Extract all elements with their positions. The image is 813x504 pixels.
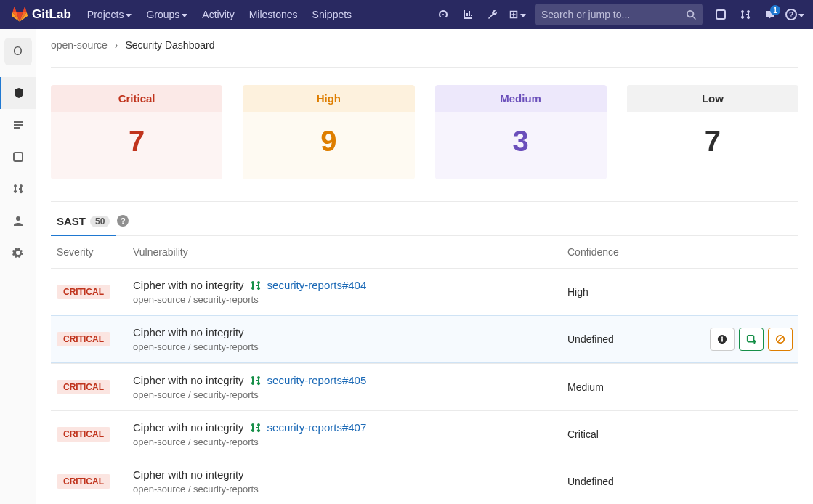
sidebar-item-settings[interactable]	[0, 237, 36, 269]
vulnerability-link[interactable]: security-reports#405	[267, 374, 367, 386]
merge-request-icon	[250, 375, 262, 386]
chart-icon[interactable]	[456, 0, 480, 29]
sidebar-item-issues[interactable]	[0, 141, 36, 173]
nav-milestones[interactable]: Milestones	[242, 0, 305, 29]
dismiss-button[interactable]	[768, 328, 793, 351]
sidebar-item-members[interactable]	[0, 205, 36, 237]
help-icon[interactable]: ?	[117, 215, 129, 227]
svg-text:?: ?	[789, 11, 793, 19]
col-vulnerability: Vulnerability	[133, 246, 567, 258]
main-content: open-source › Security Dashboard Critica…	[36, 29, 813, 504]
svg-line-9	[778, 337, 783, 342]
nav-groups[interactable]: Groups	[139, 0, 195, 29]
nav-activity[interactable]: Activity	[195, 0, 241, 29]
todos-icon[interactable]: 1	[758, 0, 782, 29]
breadcrumb-current: Security Dashboard	[126, 39, 215, 51]
confidence-value: Undefined	[567, 476, 691, 487]
confidence-value: Medium	[567, 381, 691, 393]
card-label: High	[243, 85, 414, 112]
issues-icon[interactable]	[708, 0, 733, 29]
confidence-value: Critical	[567, 428, 691, 440]
search-box[interactable]	[535, 4, 703, 25]
col-confidence: Confidence	[567, 246, 691, 258]
nav-projects[interactable]: Projects	[80, 0, 139, 29]
vulnerability-path: open-source / security-reports	[133, 341, 567, 352]
confidence-value: Undefined	[567, 333, 691, 345]
table-row[interactable]: CRITICALCipher with no integrityopen-sou…	[51, 315, 798, 363]
vulnerability-path: open-source / security-reports	[133, 294, 567, 305]
breadcrumb: open-source › Security Dashboard	[51, 39, 798, 68]
search-icon	[686, 9, 697, 20]
table-header: Severity Vulnerability Confidence	[51, 236, 798, 268]
tabs: SAST 50 ?	[51, 202, 798, 236]
brand-logo[interactable]: GitLab	[12, 7, 71, 23]
sidebar-item-epics[interactable]	[0, 109, 36, 141]
severity-badge: CRITICAL	[57, 427, 110, 442]
card-low[interactable]: Low 7	[627, 85, 798, 179]
severity-badge: CRITICAL	[57, 380, 110, 394]
vulnerability-title: Cipher with no integrity	[133, 421, 244, 434]
merge-request-icon	[250, 280, 262, 291]
svg-rect-6	[721, 337, 723, 338]
table-row[interactable]: CRITICALCipher with no integrityopen-sou…	[51, 458, 798, 504]
merge-request-icon	[250, 422, 262, 434]
breadcrumb-separator: ›	[115, 39, 118, 51]
plus-icon[interactable]	[505, 0, 530, 29]
sidebar-item-merge-requests[interactable]	[0, 173, 36, 205]
table-row[interactable]: CRITICALCipher with no integritysecurity…	[51, 410, 798, 458]
group-avatar[interactable]: O	[4, 38, 32, 65]
chevron-down-icon	[182, 14, 187, 17]
vulnerability-link[interactable]: security-reports#404	[267, 279, 367, 291]
chevron-down-icon	[126, 14, 132, 17]
svg-rect-7	[748, 336, 754, 342]
tab-sast[interactable]: SAST 50	[57, 215, 110, 236]
vulnerability-title: Cipher with no integrity	[133, 326, 244, 338]
card-critical[interactable]: Critical 7	[51, 85, 222, 179]
vulnerability-link[interactable]: security-reports#407	[267, 421, 367, 434]
chevron-down-icon	[520, 14, 526, 17]
nav-snippets[interactable]: Snippets	[305, 0, 359, 29]
create-issue-button[interactable]	[739, 328, 764, 351]
vulnerability-path: open-source / security-reports	[133, 484, 567, 495]
vulnerability-table: Severity Vulnerability Confidence CRITIC…	[51, 236, 798, 504]
card-label: Medium	[435, 85, 607, 112]
search-input[interactable]	[541, 9, 686, 20]
col-severity: Severity	[57, 246, 133, 258]
card-medium[interactable]: Medium 3	[435, 85, 607, 179]
breadcrumb-group[interactable]: open-source	[51, 39, 108, 51]
dashboard-icon[interactable]	[431, 0, 456, 29]
help-icon[interactable]: ?	[782, 0, 807, 29]
card-label: Critical	[51, 85, 222, 112]
card-count: 3	[435, 112, 607, 179]
severity-badge: CRITICAL	[57, 474, 110, 489]
severity-badge: CRITICAL	[57, 332, 110, 346]
vulnerability-path: open-source / security-reports	[133, 389, 567, 400]
card-label: Low	[627, 85, 798, 112]
table-row[interactable]: CRITICALCipher with no integritysecurity…	[51, 268, 798, 315]
brand-text: GitLab	[32, 7, 71, 22]
wrench-icon[interactable]	[480, 0, 505, 29]
svg-rect-0	[716, 10, 725, 19]
table-row[interactable]: CRITICALCipher with no integritysecurity…	[51, 363, 798, 410]
confidence-value: High	[567, 286, 691, 298]
todos-badge: 1	[770, 5, 780, 15]
chevron-down-icon	[798, 14, 804, 17]
topbar: GitLab Projects Groups Activity Mileston…	[0, 0, 813, 29]
card-count: 9	[243, 112, 414, 179]
info-button[interactable]	[710, 328, 735, 351]
card-count: 7	[627, 112, 798, 179]
row-actions	[691, 328, 793, 351]
vulnerability-title: Cipher with no integrity	[133, 374, 244, 386]
tab-label: SAST	[57, 215, 86, 227]
card-high[interactable]: High 9	[243, 85, 414, 179]
svg-rect-5	[721, 338, 723, 341]
severity-badge: CRITICAL	[57, 285, 110, 299]
merge-requests-icon[interactable]	[733, 0, 758, 29]
vulnerability-title: Cipher with no integrity	[133, 468, 244, 481]
topnav: Projects Groups Activity Milestones Snip…	[80, 0, 359, 29]
sidebar-item-security[interactable]	[0, 77, 36, 109]
vulnerability-path: open-source / security-reports	[133, 436, 567, 447]
card-count: 7	[51, 112, 222, 179]
svg-rect-3	[14, 153, 23, 161]
vulnerability-title: Cipher with no integrity	[133, 279, 244, 291]
